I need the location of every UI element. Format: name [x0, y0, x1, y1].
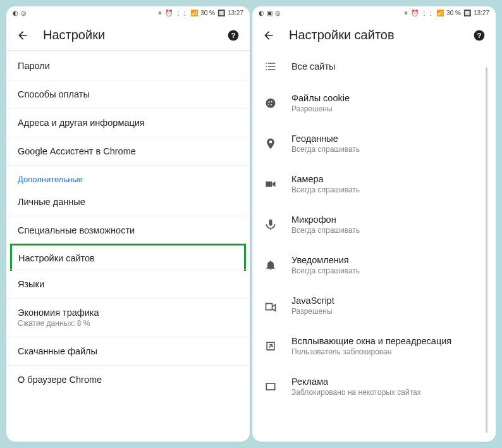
help-icon[interactable]: ? — [227, 29, 240, 42]
row-privacy[interactable]: Личные данные — [6, 188, 250, 216]
row-about[interactable]: О браузере Chrome — [6, 366, 250, 394]
row-addresses[interactable]: Адреса и другая информация — [6, 109, 250, 137]
row-label: Экономия трафика — [18, 308, 238, 318]
svg-point-7 — [271, 104, 272, 105]
row-label: Файлы cookie — [291, 93, 350, 103]
signal-icon: 📶 — [190, 9, 198, 16]
row-sub: Сжатие данных: 8 % — [18, 319, 238, 328]
camera-icon — [264, 178, 278, 190]
list-icon — [264, 60, 278, 73]
row-passwords[interactable]: Пароли — [6, 52, 250, 80]
status-bar: ◐ ▣ ◎ ⚹ ⏰ ⋮⋮ 📶 30 % 🔲 13:27 — [252, 6, 496, 19]
bluetooth-icon: ⚹ — [157, 9, 162, 16]
ads-icon — [264, 380, 278, 393]
row-data-saver[interactable]: Экономия трафика Сжатие данных: 8 % — [6, 299, 250, 337]
row-label: Всплывающие окна и переадресация — [291, 336, 451, 346]
page-title: Настройки — [43, 28, 213, 42]
svg-point-8 — [268, 104, 269, 106]
row-label: Специальные возможности — [18, 225, 135, 235]
location-icon — [264, 137, 278, 150]
row-label: Личные данные — [18, 197, 85, 207]
site-setting-row[interactable]: ГеоданныеВсегда спрашивать — [252, 123, 496, 164]
site-setting-row[interactable]: Всплывающие окна и переадресацияПользова… — [252, 326, 496, 366]
scrollbar[interactable] — [486, 67, 487, 433]
row-label: Способы оплаты — [18, 89, 90, 99]
mic-icon — [264, 218, 278, 231]
battery-icon: 🔲 — [463, 9, 471, 16]
battery-percent: 30 % — [446, 9, 461, 16]
clock: 13:27 — [228, 9, 243, 16]
alarm-icon: ⏰ — [411, 9, 419, 16]
row-label: Реклама — [291, 376, 421, 387]
wifi-icon: ⋮⋮ — [175, 9, 188, 16]
browser-icon: ◎ — [21, 9, 27, 16]
svg-point-6 — [271, 101, 272, 103]
row-sub: Заблокировано на некоторых сайтах — [291, 388, 421, 397]
site-setting-row[interactable]: УведомленияВсегда спрашивать — [252, 245, 496, 285]
site-setting-row[interactable]: РекламаЗаблокировано на некоторых сайтах — [252, 366, 496, 407]
signal-icon: 📶 — [436, 9, 444, 16]
row-assistant[interactable]: Google Ассистент в Chrome — [6, 137, 250, 166]
status-bar: ◐ ◎ ⚹ ⏰ ⋮⋮ 📶 30 % 🔲 13:27 — [6, 6, 250, 19]
site-setting-row[interactable]: Файлы cookieРазрешены — [252, 83, 496, 123]
bluetooth-icon: ⚹ — [403, 9, 408, 16]
row-sub: Всегда спрашивать — [291, 266, 360, 275]
popup-icon — [264, 340, 278, 352]
row-label: Уведомления — [291, 255, 360, 265]
svg-point-4 — [266, 99, 276, 108]
section-advanced: Дополнительные — [6, 166, 250, 188]
row-label: Пароли — [18, 61, 50, 71]
row-payment[interactable]: Способы оплаты — [6, 80, 250, 109]
page-title: Настройки сайтов — [289, 28, 459, 42]
row-label: О браузере Chrome — [18, 375, 102, 385]
battery-percent: 30 % — [200, 9, 215, 16]
cookie-icon — [264, 97, 278, 109]
row-languages[interactable]: Языки — [6, 270, 250, 299]
settings-screen: ◐ ◎ ⚹ ⏰ ⋮⋮ 📶 30 % 🔲 13:27 Настройки ? Па… — [6, 6, 250, 442]
row-downloads[interactable]: Скачанные файлы — [6, 337, 250, 366]
site-settings-screen: ◐ ▣ ◎ ⚹ ⏰ ⋮⋮ 📶 30 % 🔲 13:27 Настройки са… — [252, 6, 496, 442]
site-setting-row[interactable]: JavaScriptРазрешены — [252, 285, 496, 326]
row-label: Микрофон — [291, 215, 360, 225]
row-label: Скачанные файлы — [18, 346, 97, 356]
row-sub: Разрешены — [291, 307, 334, 316]
site-setting-row[interactable]: КамераВсегда спрашивать — [252, 164, 496, 204]
row-label: Настройки сайтов — [18, 253, 95, 263]
wifi-icon: ⋮⋮ — [421, 9, 434, 16]
row-sub: Всегда спрашивать — [291, 145, 360, 154]
telegram-icon: ◐ — [259, 9, 264, 16]
row-sub: Всегда спрашивать — [291, 185, 360, 194]
app-bar: Настройки ? — [6, 19, 250, 50]
alarm-icon: ⏰ — [165, 9, 173, 16]
js-icon — [264, 299, 278, 312]
row-site-settings[interactable]: Настройки сайтов — [10, 244, 246, 271]
back-icon[interactable] — [16, 29, 29, 42]
back-icon[interactable] — [262, 29, 275, 42]
clock: 13:27 — [474, 9, 489, 16]
telegram-icon: ◐ — [13, 9, 18, 16]
row-label: Адреса и другая информация — [18, 118, 145, 128]
bell-icon — [264, 259, 278, 271]
svg-point-5 — [268, 101, 269, 103]
site-setting-row[interactable]: МикрофонВсегда спрашивать — [252, 204, 496, 245]
browser-icon: ◎ — [275, 9, 281, 16]
row-label: Геоданные — [291, 134, 360, 144]
row-label: Языки — [18, 279, 44, 289]
row-sub: Разрешены — [291, 104, 350, 113]
row-label: Камера — [291, 174, 360, 184]
row-label: Все сайты — [291, 61, 336, 72]
site-setting-row[interactable]: Все сайты — [252, 50, 496, 83]
app-bar: Настройки сайтов ? — [252, 19, 496, 50]
row-sub: Пользователь заблокирован — [291, 347, 451, 356]
row-label: JavaScript — [291, 296, 334, 306]
svg-text:?: ? — [231, 31, 235, 39]
gallery-icon: ▣ — [267, 9, 272, 16]
row-label: Google Ассистент в Chrome — [18, 146, 136, 156]
row-accessibility[interactable]: Специальные возможности — [6, 216, 250, 245]
svg-text:?: ? — [477, 31, 481, 39]
svg-rect-9 — [266, 383, 274, 390]
help-icon[interactable]: ? — [473, 29, 486, 42]
row-sub: Всегда спрашивать — [291, 226, 360, 235]
battery-icon: 🔲 — [217, 9, 225, 16]
